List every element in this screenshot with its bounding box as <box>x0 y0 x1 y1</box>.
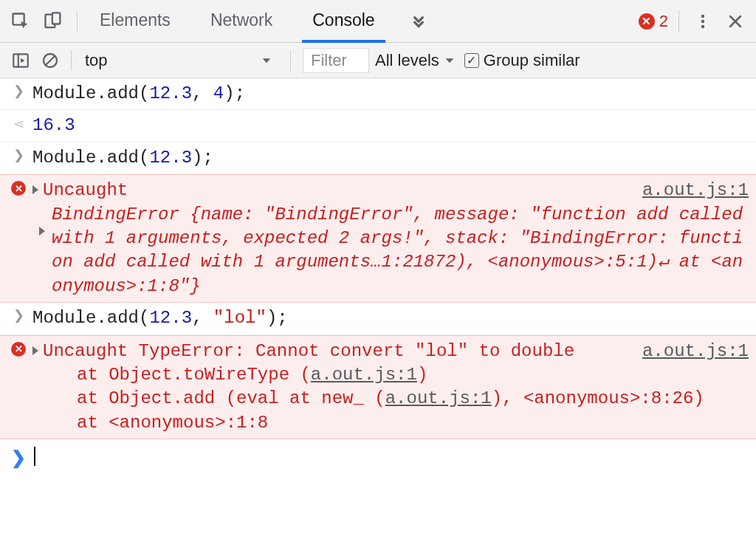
expand-caret-icon[interactable] <box>39 227 45 236</box>
tab-console[interactable]: Console <box>302 1 385 43</box>
svg-point-4 <box>701 19 704 22</box>
chevron-down-icon <box>261 55 272 66</box>
text-cursor <box>34 447 35 466</box>
tabs: Elements Network Console <box>89 0 433 42</box>
stack-frame: at <anonymous>:1:8 <box>32 411 749 435</box>
filter-placeholder: Filter <box>311 51 347 69</box>
error-icon: ✕ <box>639 13 655 30</box>
error-source-link[interactable]: a.out.js:1 <box>642 340 749 363</box>
tab-network[interactable]: Network <box>200 1 283 43</box>
input-chevron-icon: ❯ <box>13 309 24 322</box>
execution-context-select[interactable]: top <box>78 49 284 72</box>
svg-point-3 <box>701 14 704 17</box>
group-similar-checkbox[interactable] <box>464 53 479 68</box>
log-levels-select[interactable]: All levels <box>375 51 456 70</box>
filter-input[interactable]: Filter <box>303 48 369 73</box>
expand-caret-icon[interactable] <box>32 346 38 355</box>
console-input-row[interactable]: ❯ Module.add(12.3, "lol"); <box>0 303 756 334</box>
result-chevron-icon: ⋖ <box>13 116 24 132</box>
divider <box>77 10 78 32</box>
stack-frame: at Object.add (eval at new_ (a.out.js:1)… <box>32 387 749 411</box>
divider <box>290 50 291 71</box>
error-head: Uncaught <box>43 180 128 200</box>
console-result-row: ⋖ 16.3 <box>0 110 756 142</box>
error-source-link[interactable]: a.out.js:1 <box>642 179 749 202</box>
error-count-badge[interactable]: ✕ 2 <box>639 12 668 31</box>
execution-context-value: top <box>85 51 108 70</box>
error-object: BindingError {name: "BindingError", mess… <box>52 203 749 299</box>
close-icon[interactable] <box>719 7 752 36</box>
console-prompt-input[interactable] <box>32 447 35 468</box>
console-input-row[interactable]: ❯ Module.add(12.3, 4); <box>0 78 756 110</box>
error-head: Uncaught TypeError: Cannot convert "lol"… <box>43 341 574 361</box>
toggle-sidebar-icon[interactable] <box>6 47 35 74</box>
svg-rect-2 <box>52 13 61 24</box>
console-input-code: Module.add(12.3); <box>32 146 749 170</box>
stack-frame: at Object.toWireType (a.out.js:1) <box>32 363 749 387</box>
expand-caret-icon[interactable] <box>32 185 38 194</box>
divider <box>678 10 679 32</box>
kebab-menu-icon[interactable] <box>687 7 719 36</box>
devtools-tabbar: Elements Network Console ✕ 2 <box>0 0 756 43</box>
clear-console-icon[interactable] <box>35 47 65 74</box>
console-toolbar: top Filter All levels Group similar <box>0 43 756 78</box>
console-error-content: a.out.js:1 Uncaught TypeError: Cannot co… <box>32 340 749 436</box>
console-error-content: a.out.js:1 Uncaught BindingError {name: … <box>32 179 749 298</box>
error-icon: ✕ <box>11 181 26 196</box>
console-result-value: 16.3 <box>32 114 749 137</box>
console-error-row[interactable]: ✕ a.out.js:1 Uncaught BindingError {name… <box>0 174 756 303</box>
tabs-overflow-icon[interactable] <box>405 1 433 43</box>
stack-link[interactable]: a.out.js:1 <box>385 388 492 408</box>
stack-link[interactable]: a.out.js:1 <box>311 365 417 385</box>
console-prompt[interactable]: ❯ <box>0 439 756 476</box>
device-toolbar-icon[interactable] <box>37 7 69 36</box>
error-count-value: 2 <box>659 12 668 31</box>
console-error-row[interactable]: ✕ a.out.js:1 Uncaught TypeError: Cannot … <box>0 335 756 440</box>
input-chevron-icon: ❯ <box>13 84 24 97</box>
error-icon: ✕ <box>11 342 26 357</box>
console-input-row[interactable]: ❯ Module.add(12.3); <box>0 143 756 174</box>
console-input-code: Module.add(12.3, 4); <box>32 82 749 106</box>
log-levels-label: All levels <box>375 51 439 70</box>
tab-elements[interactable]: Elements <box>89 1 181 43</box>
chevron-down-icon <box>444 55 456 66</box>
console-input-code: Module.add(12.3, "lol"); <box>32 306 749 330</box>
group-similar-label: Group similar <box>484 51 580 70</box>
prompt-chevron-icon: ❯ <box>11 447 26 468</box>
divider <box>71 50 72 71</box>
inspect-element-icon[interactable] <box>4 7 37 36</box>
svg-point-5 <box>701 24 704 27</box>
input-chevron-icon: ❯ <box>13 148 24 162</box>
console-body: ❯ Module.add(12.3, 4); ⋖ 16.3 ❯ Module.a… <box>0 78 756 476</box>
